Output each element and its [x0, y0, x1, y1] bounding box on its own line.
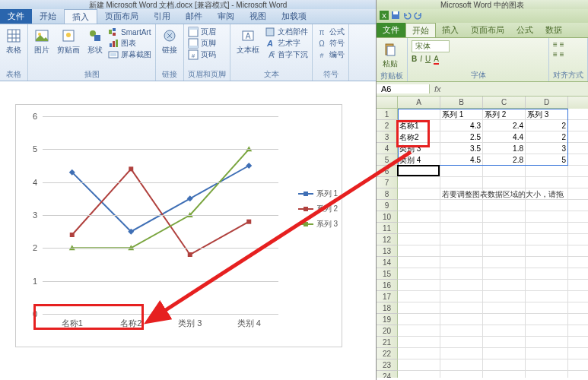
row-header[interactable]: 16 — [377, 280, 398, 291]
quickparts-button[interactable]: 文档部件 — [265, 27, 308, 37]
cell[interactable] — [526, 245, 568, 257]
cell[interactable]: 类别 4 — [398, 154, 440, 166]
excel-tab-file[interactable]: 文件 — [377, 23, 405, 37]
cell[interactable] — [440, 211, 483, 223]
cell[interactable]: 1.8 — [483, 143, 526, 154]
undo-icon[interactable] — [402, 9, 412, 23]
col-header-b[interactable]: B — [440, 97, 483, 109]
cell[interactable] — [526, 166, 568, 177]
cell[interactable] — [568, 166, 588, 177]
cell[interactable] — [398, 359, 440, 371]
cell[interactable] — [483, 245, 526, 257]
tab-mail[interactable]: 邮件 — [178, 9, 210, 24]
cell[interactable] — [526, 280, 568, 291]
cell[interactable] — [526, 234, 568, 245]
cell[interactable] — [483, 280, 526, 291]
row-header[interactable]: 2 — [377, 120, 398, 131]
cell[interactable] — [440, 325, 483, 337]
row-header[interactable]: 13 — [377, 245, 398, 257]
row-header[interactable]: 1 — [377, 109, 398, 120]
footer-button[interactable]: 页脚 — [188, 38, 216, 49]
save-icon[interactable] — [391, 9, 400, 23]
excel-tab-insert[interactable]: 插入 — [436, 23, 465, 37]
row-header[interactable]: 9 — [377, 200, 398, 211]
tab-addin[interactable]: 加载项 — [274, 9, 314, 24]
link-button[interactable]: 链接 — [160, 27, 180, 57]
cell[interactable] — [440, 268, 483, 280]
cell[interactable] — [568, 302, 588, 314]
cell[interactable] — [526, 302, 568, 314]
font-name-select[interactable]: 宋体 — [412, 40, 450, 52]
header-button[interactable]: 页眉 — [188, 27, 216, 37]
cell[interactable] — [568, 314, 588, 325]
row-header[interactable]: 7 — [377, 177, 398, 188]
underline-button[interactable]: U — [425, 55, 431, 65]
cell[interactable] — [568, 348, 588, 359]
cell[interactable] — [526, 188, 568, 200]
cell[interactable] — [568, 200, 588, 211]
cell[interactable]: 4.3 — [440, 120, 483, 131]
cell[interactable] — [568, 280, 588, 291]
row-header[interactable]: 18 — [377, 302, 398, 314]
tab-ref[interactable]: 引用 — [146, 9, 178, 24]
cell[interactable] — [483, 211, 526, 223]
cell[interactable] — [398, 337, 440, 348]
cell[interactable]: 3.5 — [440, 143, 483, 154]
cell[interactable] — [568, 154, 588, 166]
cell[interactable]: 4.4 — [483, 131, 526, 143]
textbox-button[interactable]: A 文本框 — [234, 27, 262, 57]
cell[interactable] — [398, 348, 440, 359]
cell[interactable] — [568, 257, 588, 268]
smartart-button[interactable]: SmartArt — [108, 27, 151, 37]
cell[interactable] — [398, 371, 440, 378]
cell[interactable]: 5 — [526, 154, 568, 166]
wordart-button[interactable]: A艺术字 — [265, 38, 308, 49]
col-header-a[interactable]: A — [398, 97, 440, 109]
cell[interactable]: 4.5 — [440, 154, 483, 166]
align-left-icon[interactable]: ≡ — [553, 40, 558, 49]
cell[interactable] — [483, 325, 526, 337]
name-box[interactable]: A6 — [377, 84, 430, 93]
tab-view[interactable]: 视图 — [242, 9, 274, 24]
cell[interactable]: 若要调整图表数据区域的大小，请拖 — [440, 188, 483, 200]
col-header-c[interactable]: C — [483, 97, 526, 109]
cell[interactable] — [483, 359, 526, 371]
cell[interactable] — [568, 211, 588, 223]
redo-icon[interactable] — [414, 9, 423, 23]
cell[interactable] — [483, 302, 526, 314]
cell[interactable] — [483, 268, 526, 280]
cell[interactable] — [440, 314, 483, 325]
pagenum-button[interactable]: #页码 — [188, 49, 216, 60]
row-header[interactable]: 21 — [377, 337, 398, 348]
row-header[interactable]: 17 — [377, 291, 398, 302]
align-top-icon[interactable]: ≡ — [553, 50, 558, 59]
cells[interactable]: 系列 1系列 2系列 3名称14.32.42名称22.54.42类别 33.51… — [398, 109, 588, 378]
cell[interactable] — [526, 268, 568, 280]
row-header[interactable]: 6 — [377, 166, 398, 177]
tab-layout[interactable]: 页面布局 — [97, 9, 146, 24]
align-mid-icon[interactable]: ≡ — [560, 50, 564, 59]
chart-button[interactable]: 图表 — [108, 38, 151, 49]
italic-button[interactable]: I — [420, 55, 422, 65]
cell[interactable] — [440, 348, 483, 359]
row-header[interactable]: 3 — [377, 131, 398, 143]
cell[interactable] — [398, 291, 440, 302]
cell[interactable] — [398, 188, 440, 200]
excel-tab-data[interactable]: 数据 — [539, 23, 568, 37]
cell[interactable] — [398, 223, 440, 234]
cell[interactable] — [526, 359, 568, 371]
cell[interactable] — [526, 291, 568, 302]
row-header[interactable]: 8 — [377, 188, 398, 200]
screenshot-button[interactable]: 屏幕截图 — [108, 49, 151, 60]
excel-tab-home[interactable]: 开始 — [405, 23, 436, 37]
cell[interactable]: 系列 3 — [526, 109, 568, 120]
cell[interactable]: 2.4 — [483, 120, 526, 131]
cell[interactable] — [398, 245, 440, 257]
cell[interactable] — [440, 257, 483, 268]
cell[interactable] — [568, 177, 588, 188]
dropcap-button[interactable]: A首字下沉 — [265, 49, 308, 60]
cell[interactable] — [483, 257, 526, 268]
cell[interactable] — [440, 371, 483, 378]
cell[interactable] — [483, 234, 526, 245]
cell[interactable] — [398, 166, 440, 177]
